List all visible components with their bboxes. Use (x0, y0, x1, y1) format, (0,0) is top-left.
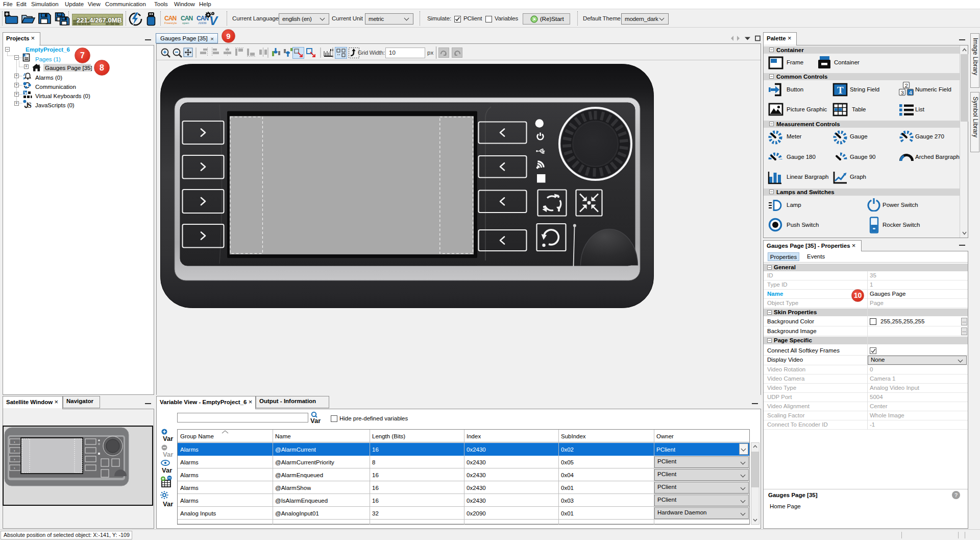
svg-text:Var: Var (163, 435, 173, 442)
svg-text:CAN: CAN (164, 15, 177, 22)
svg-text:›: › (14, 466, 15, 471)
svg-text:CAN: CAN (181, 15, 193, 22)
svg-text:Freestyle: Freestyle (164, 21, 177, 25)
svg-text:4: 4 (909, 90, 913, 96)
svg-text:T: T (837, 85, 844, 96)
svg-text:V: V (209, 14, 218, 27)
svg-text:221.4/267.0MB: 221.4/267.0MB (77, 16, 122, 24)
svg-text:Var: Var (162, 466, 172, 474)
svg-text:›: › (14, 457, 15, 462)
svg-text:›: › (14, 440, 15, 444)
svg-text:Var: Var (163, 451, 173, 458)
svg-text:3: 3 (901, 90, 904, 96)
svg-text:S: S (28, 102, 32, 109)
svg-text:open: open (182, 21, 189, 25)
svg-text:›: › (14, 449, 15, 453)
svg-text:2: 2 (905, 83, 909, 89)
svg-text:Var: Var (163, 500, 173, 508)
svg-text:Var: Var (310, 417, 321, 424)
